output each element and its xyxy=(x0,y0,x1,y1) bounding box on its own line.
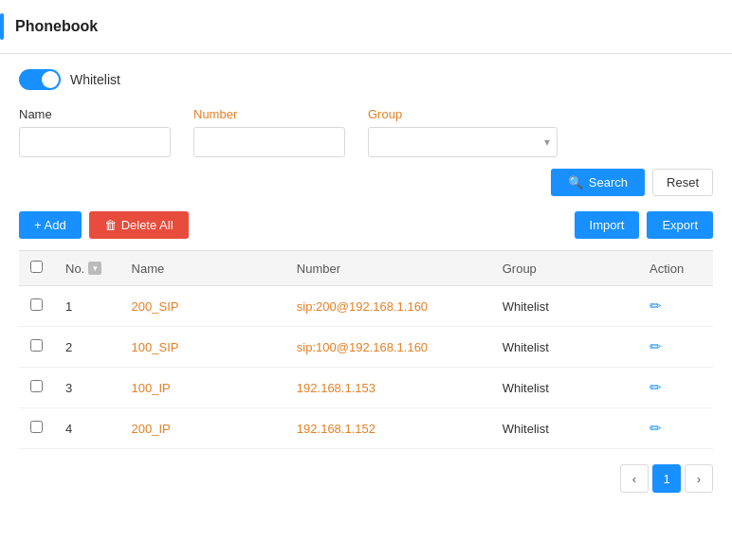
table-header-row: No. ▾ Name Number Group Action xyxy=(19,251,713,286)
cell-number: 192.168.1.153 xyxy=(285,368,491,408)
reset-button-label: Reset xyxy=(667,175,699,190)
table-row: 3 100_IP 192.168.1.153 Whitelist ✏ xyxy=(19,368,713,408)
cell-number: sip:100@192.168.1.160 xyxy=(285,327,491,368)
filter-row: Name Number Group Whitelist Blacklist xyxy=(19,107,713,157)
cell-action: ✏ xyxy=(638,286,713,327)
col-header-group: Group xyxy=(491,251,638,286)
number-input[interactable] xyxy=(193,127,345,157)
cell-no: 1 xyxy=(54,286,120,327)
col-header-no: No. ▾ xyxy=(54,251,120,286)
edit-icon[interactable]: ✏ xyxy=(650,379,662,395)
page-header: Phonebook xyxy=(0,0,732,54)
group-select[interactable]: Whitelist Blacklist xyxy=(368,127,558,157)
cell-name: 200_IP xyxy=(120,408,285,449)
next-page-button[interactable]: › xyxy=(685,464,713,493)
cell-no: 3 xyxy=(54,368,120,408)
cell-group: Whitelist xyxy=(491,408,638,449)
group-filter: Group Whitelist Blacklist xyxy=(368,107,558,157)
whitelist-toggle-row: Whitelist xyxy=(19,69,713,90)
col-header-number: Number xyxy=(285,251,491,286)
cell-number: 192.168.1.152 xyxy=(285,408,491,449)
export-button[interactable]: Export xyxy=(647,211,713,239)
row-checkbox-cell xyxy=(19,408,54,449)
select-all-header xyxy=(19,251,54,286)
cell-name: 100_IP xyxy=(120,368,285,408)
table-row: 4 200_IP 192.168.1.152 Whitelist ✏ xyxy=(19,408,713,449)
select-all-checkbox[interactable] xyxy=(30,261,43,273)
add-button-label: + Add xyxy=(34,218,66,232)
cell-name: 100_SIP xyxy=(120,327,285,368)
edit-icon[interactable]: ✏ xyxy=(650,338,662,354)
pagination: ‹ 1 › xyxy=(19,464,713,493)
cell-no: 4 xyxy=(54,408,120,449)
search-icon: 🔍 xyxy=(568,175,583,190)
trash-icon: 🗑 xyxy=(104,218,117,232)
main-content: Whitelist Name Number Group Whitelist Bl… xyxy=(0,54,732,508)
page-title: Phonebook xyxy=(15,18,98,35)
search-button[interactable]: 🔍 Search xyxy=(551,169,645,196)
row-checkbox[interactable] xyxy=(30,298,43,311)
cell-no: 2 xyxy=(54,327,120,368)
cell-action: ✏ xyxy=(638,368,713,408)
cell-action: ✏ xyxy=(638,408,713,449)
cell-group: Whitelist xyxy=(491,368,638,408)
delete-all-button[interactable]: 🗑 Delete All xyxy=(89,211,189,239)
import-button[interactable]: Import xyxy=(575,211,640,239)
export-button-label: Export xyxy=(662,218,698,232)
group-select-wrapper: Whitelist Blacklist xyxy=(368,127,558,157)
row-checkbox-cell xyxy=(19,368,54,408)
row-checkbox[interactable] xyxy=(30,339,43,352)
group-label: Group xyxy=(368,107,558,121)
number-label: Number xyxy=(193,107,345,121)
row-checkbox[interactable] xyxy=(30,380,43,392)
search-button-label: Search xyxy=(589,175,628,190)
edit-icon[interactable]: ✏ xyxy=(650,420,662,436)
col-header-name: Name xyxy=(120,251,285,286)
page-1-button[interactable]: 1 xyxy=(652,464,681,493)
name-label: Name xyxy=(19,107,171,121)
reset-button[interactable]: Reset xyxy=(652,169,713,196)
delete-all-label: Delete All xyxy=(121,218,174,232)
name-filter: Name xyxy=(19,107,171,157)
toolbar-right: Import Export xyxy=(575,211,713,239)
header-accent xyxy=(0,13,4,40)
cell-name: 200_SIP xyxy=(120,286,285,327)
search-reset-row: 🔍 Search Reset xyxy=(19,169,713,196)
name-input[interactable] xyxy=(19,127,171,157)
toolbar-left: + Add 🗑 Delete All xyxy=(19,211,189,239)
whitelist-label: Whitelist xyxy=(70,72,120,87)
edit-icon[interactable]: ✏ xyxy=(650,298,662,314)
import-button-label: Import xyxy=(590,218,625,232)
prev-page-button[interactable]: ‹ xyxy=(620,464,649,493)
number-filter: Number xyxy=(193,107,345,157)
cell-group: Whitelist xyxy=(491,286,638,327)
cell-number: sip:200@192.168.1.160 xyxy=(285,286,491,327)
table-row: 2 100_SIP sip:100@192.168.1.160 Whitelis… xyxy=(19,327,713,368)
row-checkbox-cell xyxy=(19,286,54,327)
cell-group: Whitelist xyxy=(491,327,638,368)
add-button[interactable]: + Add xyxy=(19,211,82,239)
sort-icon[interactable]: ▾ xyxy=(88,262,101,275)
cell-action: ✏ xyxy=(638,327,713,368)
action-toolbar: + Add 🗑 Delete All Import Export xyxy=(19,211,713,239)
table-row: 1 200_SIP sip:200@192.168.1.160 Whitelis… xyxy=(19,286,713,327)
row-checkbox-cell xyxy=(19,327,54,368)
row-checkbox[interactable] xyxy=(30,421,43,433)
col-header-action: Action xyxy=(638,251,713,286)
phonebook-table: No. ▾ Name Number Group Action 1 200_SIP… xyxy=(19,250,713,449)
whitelist-toggle[interactable] xyxy=(19,69,61,90)
